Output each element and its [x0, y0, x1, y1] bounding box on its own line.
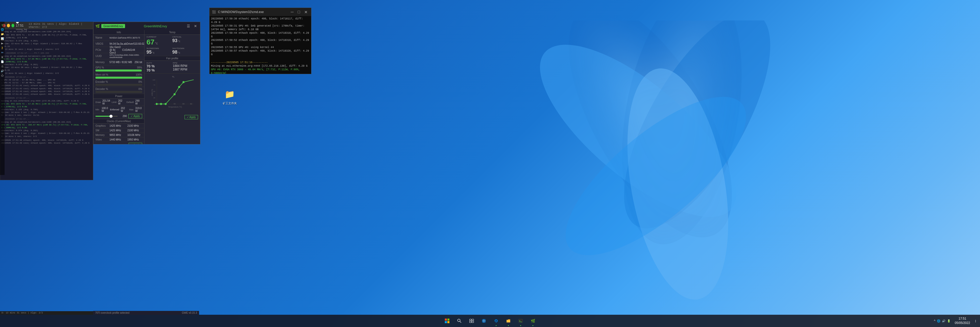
- temp-shutdown-value: 98: [172, 49, 177, 55]
- strip-folder[interactable]: 📁: [0, 32, 4, 36]
- power-draw-value: 201.54 W: [102, 99, 110, 105]
- gwe-menu-btn[interactable]: ☰: [186, 24, 191, 29]
- taskview-button[interactable]: [466, 315, 477, 327]
- gwe-titlebar[interactable]: 🌿 GreenWithEnvy GreenWithEnvy ☰ ✕: [94, 22, 200, 30]
- cmd-minimize-btn[interactable]: ─: [290, 10, 294, 14]
- cmd-icon: ⬛: [212, 10, 216, 14]
- widgets-icon: [482, 319, 486, 323]
- gwe-taskbar-icon: 🌿: [531, 319, 535, 323]
- sm-clock-current: 1425 MHz: [110, 129, 127, 132]
- edge-button[interactable]: [490, 315, 502, 327]
- cmd-content[interactable]: 20220505 17:50:30 ethash| epoch: 400, bl…: [210, 16, 311, 74]
- temp-shutdown-label: SHUTDOWN: [172, 47, 198, 49]
- svg-point-28: [178, 86, 180, 88]
- fan-rpm-label: RPM: [173, 62, 198, 64]
- temp-slowdown-display: 95 °c: [146, 49, 172, 55]
- graphics-clock-max: 2100 MHz: [127, 124, 142, 127]
- decoder-label: Decoder % 0%: [95, 88, 142, 91]
- strip-settings[interactable]: ⚙: [0, 64, 4, 68]
- info-vbios-value: 94.04.5a.0a.ab: [110, 42, 127, 45]
- search-button[interactable]: [454, 315, 465, 327]
- fan-duty-group: DUTY 70 % 70 %: [146, 62, 172, 72]
- taskbar-clock[interactable]: 17:51 05/05/2022: [953, 316, 972, 325]
- fan-chart-title: TL: [151, 76, 196, 78]
- desktop-bloom: [495, 21, 853, 301]
- strip-coin[interactable]: ₿: [0, 46, 4, 50]
- strip-64[interactable]: 64: [0, 50, 4, 54]
- gwe-status-text: 70Ti overclock profile selected: [95, 311, 129, 314]
- terminal-taskbar-button[interactable]: [515, 315, 526, 327]
- power-default-value: 290 W: [135, 99, 142, 105]
- power-apply-button[interactable]: ✓ Apply: [128, 114, 142, 118]
- strip-browser[interactable]: 🌐: [0, 27, 4, 32]
- strip-sound[interactable]: 🔊: [0, 69, 4, 73]
- power-slider-thumb[interactable]: [110, 115, 113, 118]
- gwe-close-btn[interactable]: ✕: [193, 24, 198, 29]
- temp-slowdown-label: SLOWDOWN: [146, 47, 172, 49]
- cmd-close-btn[interactable]: ✕: [303, 10, 309, 14]
- temp-critical-value: 93: [172, 38, 177, 43]
- terminal-minimize-btn[interactable]: [7, 24, 10, 27]
- tray-sound-icon[interactable]: 🔊: [942, 319, 945, 323]
- gpu-load-bar: [95, 70, 142, 72]
- tray-network-icon[interactable]: 🌐: [937, 319, 940, 323]
- strip-gpu2[interactable]: ▣: [0, 55, 4, 59]
- temp-critical-group: CRITICAL 93 °c: [172, 36, 198, 46]
- svg-rect-38: [469, 319, 471, 321]
- info-name-label: Name: [95, 36, 110, 39]
- encoder-label: Encoder % 0%: [95, 80, 142, 83]
- terminal-content[interactable]: mining at do.alephium.herominers.com:119…: [0, 29, 93, 180]
- mem-ctrl-row: Mem ctrl % 100%: [94, 73, 144, 80]
- explorer-icon: [506, 319, 511, 323]
- power-enforced-label: Enforced: [110, 108, 119, 111]
- info-uuid-label: UUID: [95, 55, 110, 57]
- svg-text:75: 75: [153, 84, 155, 86]
- desktop-icon-folder[interactable]: 📁 矿工文件夹: [220, 88, 240, 105]
- fan-apply-button[interactable]: ✓ Apply: [185, 115, 198, 119]
- info-memory-bits: 256 bit: [135, 61, 142, 64]
- explorer-button[interactable]: [503, 315, 514, 327]
- graphics-clock-row: Graphics 1425 MHz 2100 MHz: [94, 124, 144, 128]
- terminal-maximize-btn[interactable]: [11, 24, 14, 27]
- strip-file[interactable]: 📄: [0, 59, 4, 64]
- cmd-line-1: 20220505 17:50:30 ethash| epoch: 400, bl…: [211, 17, 310, 24]
- terminal-titlebar[interactable]: 🕐 17:51 mining_log 13 mins 31 secs | Alg…: [0, 22, 93, 29]
- start-button[interactable]: [442, 315, 453, 327]
- fan-chart-container: TL 0 20 40 60 80: [145, 73, 200, 114]
- gwe-taskbar-button[interactable]: 🌿: [527, 315, 538, 327]
- info-pcie-label: PCIe: [95, 49, 110, 51]
- tray-chevron[interactable]: ^: [934, 319, 935, 323]
- strip-term[interactable]: ▶: [0, 41, 4, 45]
- cmd-titlebar[interactable]: ⬛ C:\WINDOWS\system32\cmd.exe ─ □ ✕: [210, 8, 311, 16]
- svg-point-29: [183, 81, 185, 83]
- gwe-header-btn[interactable]: GreenWithEnvy: [101, 24, 125, 28]
- svg-point-27: [173, 93, 176, 95]
- info-section-header: Info: [94, 30, 144, 35]
- fan-stats-grid: DUTY 70 % 70 % RPM 1884 RPM 1887 RPM: [145, 61, 200, 73]
- memory-clock-max: 10106 MHz: [127, 134, 142, 136]
- power-slider-container: 290 ✓ Apply: [94, 113, 144, 119]
- svg-point-26: [165, 103, 167, 105]
- graphics-clock-current: 1425 MHz: [110, 124, 127, 127]
- temp-current-display: 67 °c: [146, 38, 172, 46]
- widgets-button[interactable]: [478, 315, 490, 327]
- edge-icon: [494, 319, 498, 323]
- info-vbios-label: VBIOS: [95, 42, 110, 45]
- temp-critical-display: 93 °c: [172, 38, 198, 43]
- show-desktop-btn[interactable]: |: [974, 319, 977, 322]
- terminal-line-4: Uptime: 13 mins 38 secs | Algo: blake3 |…: [1, 42, 92, 48]
- clocks-apply-button[interactable]: ✓ Apply: [129, 143, 142, 144]
- memory-clock-row: Memory 9855 MHz 10106 MHz: [94, 133, 144, 137]
- temp-slowdown-group: SLOWDOWN 95 °c: [146, 47, 172, 55]
- info-driver-value: 510.60.02: [133, 42, 145, 45]
- strip-chart[interactable]: 📊: [0, 37, 4, 41]
- mem-ctrl-label: Mem ctrl % 100%: [95, 73, 142, 76]
- terminal-icon: [518, 319, 523, 323]
- terminal-statusbar: D: 13 mins 31 secs | Algo: 2/2: [0, 311, 93, 315]
- power-slider-track[interactable]: [95, 116, 118, 117]
- strip-power[interactable]: ⏻: [0, 73, 4, 77]
- svg-text:80: 80: [190, 103, 192, 105]
- tray-battery-icon[interactable]: 🔋: [947, 319, 951, 323]
- strip-gpu[interactable]: G: [0, 23, 4, 27]
- cmd-maximize-btn[interactable]: □: [297, 10, 301, 14]
